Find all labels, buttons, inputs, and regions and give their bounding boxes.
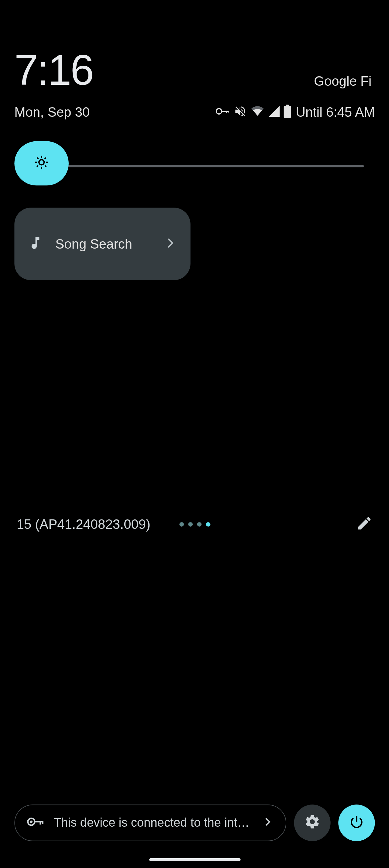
svg-rect-2 [226, 111, 228, 113]
vpn-key-icon [27, 816, 44, 830]
mute-icon [234, 104, 247, 120]
vpn-status-text: This device is connected to the int… [54, 816, 251, 830]
page-dot [179, 522, 184, 527]
settings-button[interactable] [294, 804, 330, 841]
battery-icon [284, 104, 291, 120]
carrier-label: Google Fi [314, 73, 372, 95]
brightness-slider[interactable] [14, 141, 375, 191]
battery-until-text: Until 6:45 AM [296, 104, 375, 120]
page-dot [206, 522, 210, 527]
svg-line-12 [45, 165, 46, 166]
svg-line-11 [37, 158, 38, 159]
power-button[interactable] [338, 804, 375, 841]
svg-rect-18 [39, 821, 41, 825]
song-search-tile[interactable]: Song Search [14, 208, 190, 280]
signal-icon [268, 106, 280, 119]
gear-icon [304, 814, 321, 832]
svg-line-14 [45, 158, 46, 159]
svg-rect-3 [228, 111, 229, 113]
svg-rect-1 [222, 111, 229, 112]
svg-point-0 [216, 108, 222, 114]
page-dot [188, 522, 193, 527]
svg-rect-17 [34, 821, 43, 823]
edit-button[interactable] [356, 515, 373, 534]
build-version-text: 15 (AP41.240823.009) [17, 517, 151, 532]
nav-handle[interactable] [149, 858, 240, 861]
svg-point-16 [30, 820, 33, 823]
clock-time: 7:16 [14, 45, 93, 95]
brightness-track [36, 165, 364, 167]
vpn-key-icon [216, 107, 230, 118]
svg-rect-4 [284, 106, 291, 118]
page-dot [197, 522, 201, 527]
music-note-icon [28, 235, 43, 253]
tile-label: Song Search [55, 236, 163, 252]
brightness-thumb[interactable] [14, 141, 69, 186]
power-icon [349, 814, 364, 832]
status-icons: Until 6:45 AM [216, 104, 375, 120]
svg-line-13 [37, 165, 38, 166]
wifi-icon [251, 106, 265, 119]
svg-point-6 [39, 160, 44, 165]
brightness-icon [34, 154, 49, 172]
chevron-right-icon [163, 236, 177, 252]
page-indicator[interactable] [179, 522, 210, 527]
chevron-right-icon [261, 816, 273, 830]
svg-rect-5 [286, 104, 289, 106]
pencil-icon [356, 524, 373, 533]
vpn-status-pill[interactable]: This device is connected to the int… [14, 804, 286, 841]
svg-rect-19 [42, 821, 43, 824]
date-label: Mon, Sep 30 [14, 104, 90, 120]
